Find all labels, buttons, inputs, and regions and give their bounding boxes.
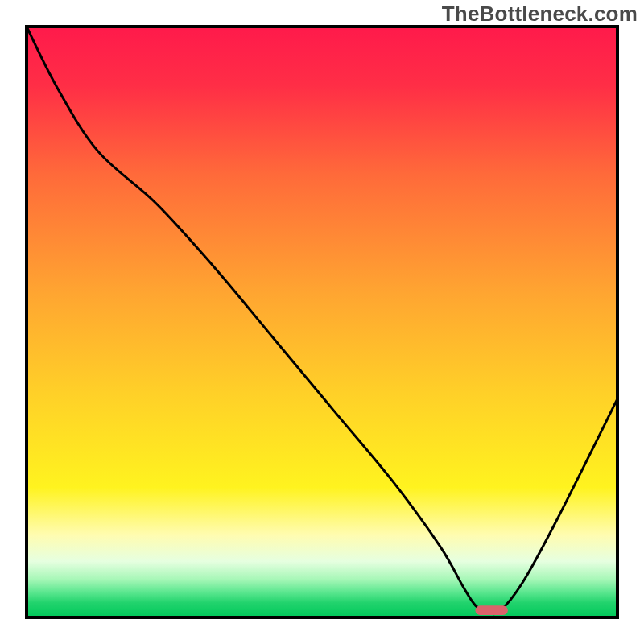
optimal-point-marker xyxy=(475,605,507,615)
bottleneck-curve-chart xyxy=(0,0,644,644)
chart-frame: TheBottleneck.com xyxy=(0,0,644,644)
watermark-text: TheBottleneck.com xyxy=(442,2,638,27)
plot-background xyxy=(27,27,617,617)
